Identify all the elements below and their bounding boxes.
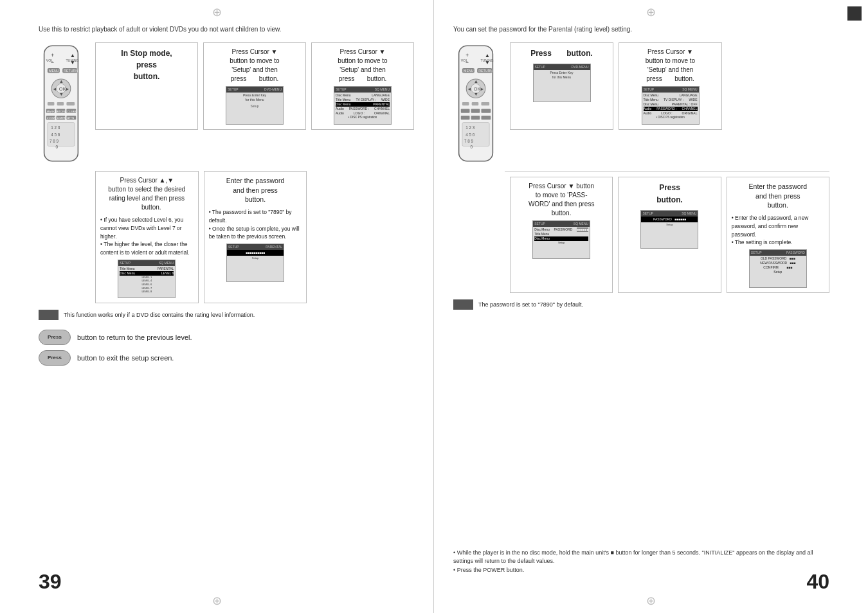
svg-rect-19 [57, 102, 64, 105]
svg-rect-20 [66, 102, 75, 105]
svg-text:VOL: VOL [46, 58, 53, 62]
svg-rect-59 [461, 109, 470, 112]
bottom-note-1: While the player is in the no disc mode,… [453, 549, 829, 566]
right-step1-box: Press button. SETUPDVD-MENU Press Enter … [510, 42, 613, 130]
svg-text:TUNING: TUNING [480, 58, 493, 62]
svg-text:1  2  3: 1 2 3 [51, 125, 60, 130]
step3-box: Press Cursor ▼button to move to'Setup' a… [311, 42, 414, 130]
svg-text:►: ► [480, 86, 484, 92]
step2-box: Press Cursor ▼button to move to'Setup' a… [203, 42, 306, 130]
step2-screen: SETUPDVD-MENU Press Enter Key for this M… [226, 86, 284, 125]
svg-text:RETURN: RETURN [478, 69, 493, 73]
right-bottom-boxes: Press Cursor ▼ buttonto move to 'PASS-WO… [510, 177, 829, 293]
step4-box: Press Cursor ▲,▼button to select the des… [95, 171, 199, 303]
svg-text:►: ► [65, 86, 69, 92]
remote-svg-left: + ▲ − ▼ VOL TUNING MENU RETURN [39, 42, 84, 164]
press-section: Press button to return to the previous l… [39, 330, 414, 366]
left-page: ⊕ Use this to restrict playback of adult… [0, 0, 434, 613]
step4-bullet-2: The higher the level, the closer the con… [100, 240, 194, 257]
right-step3b-box: Press Cursor ▼ buttonto move to 'PASS-WO… [510, 177, 613, 293]
svg-rect-64 [481, 116, 491, 120]
right-row-1: + ▲ − ▼ VOL TUNING MENU RETURN OK ▲ ▼ ◄ [453, 42, 829, 166]
svg-text:CLEAR: CLEAR [68, 110, 77, 113]
page-number-left: 39 [39, 570, 62, 594]
row-2: Press Cursor ▲,▼button to select the des… [39, 171, 414, 303]
right-step1-label: Press button. [530, 48, 593, 60]
svg-text:▼: ▼ [59, 91, 64, 97]
step5-box: Enter the passwordand then pressbutton. … [204, 171, 307, 303]
note-bar-dark [39, 310, 59, 320]
svg-text:1  2  3: 1 2 3 [466, 125, 475, 130]
svg-text:ZOOM: ZOOM [47, 116, 55, 120]
step3-label: Press Cursor ▼button to move to'Setup' a… [338, 48, 387, 84]
step2-label: Press Cursor ▼button to move to'Setup' a… [230, 48, 279, 84]
press-label-1: button to return to the previous level. [77, 333, 192, 341]
svg-text:0: 0 [471, 145, 473, 149]
svg-rect-56 [462, 102, 469, 105]
bottom-note-2: Press the POWER button. [453, 566, 829, 575]
svg-text:4  5  6: 4 5 6 [466, 132, 475, 137]
svg-text:◄: ◄ [467, 86, 471, 92]
step4-label: Press Cursor ▲,▼button to select the des… [108, 176, 185, 212]
right-note-text: The password is set to "7890" by default… [478, 301, 583, 308]
svg-rect-57 [472, 102, 479, 105]
right-step3-box [727, 42, 829, 130]
remote-svg-right: + ▲ − ▼ VOL TUNING MENU RETURN OK ▲ ▼ ◄ [453, 42, 498, 164]
divider-right [505, 171, 829, 172]
step3-screen: SETUPSQ MENU Disc MenuLANGUAGE Title Men… [334, 86, 392, 125]
crosshair-top: ⊕ [212, 5, 222, 19]
left-intro-text: Use this to restrict playback of adult o… [39, 26, 414, 33]
left-steps-container: + ▲ − ▼ VOL TUNING MENU RETURN [39, 42, 414, 303]
svg-text:TUNING: TUNING [66, 58, 78, 62]
step5-bullet-1: The password is set to "7890" by default… [209, 208, 302, 225]
right-step5-bullet-2: The setting is complete. [732, 238, 824, 247]
svg-text:ATTN: ATTN [68, 116, 75, 120]
svg-text:MENU: MENU [464, 69, 474, 73]
step4-bullets: If you have selected Level 6, you cannot… [100, 216, 194, 257]
bottom-three-boxes: Press Cursor ▲,▼button to select the des… [95, 171, 414, 303]
svg-text:0: 0 [56, 145, 59, 149]
svg-text:STORE: STORE [57, 110, 67, 113]
step1-box: In Stop mode,pressbutton. [95, 42, 198, 130]
remote-col-1: + ▲ − ▼ VOL TUNING MENU RETURN [39, 42, 90, 166]
note-text: This function works only if a DVD disc c… [64, 312, 255, 318]
svg-text:VOL: VOL [461, 58, 468, 62]
crosshair-top-right: ⊕ [646, 5, 656, 19]
right-top-boxes: Press button. SETUPDVD-MENU Press Enter … [510, 42, 829, 130]
step4-screen: SETUPSQ MENU Title MenuPARENTAL Disc Men… [118, 260, 176, 298]
right-step5-bullet-1: Enter the old password, a new password, … [732, 214, 824, 238]
right-note-bar-dark [453, 299, 473, 310]
note-section: This function works only if a DVD disc c… [39, 310, 414, 320]
svg-rect-61 [481, 109, 491, 112]
right-step2-screen: SETUPSQ MENU Disc MenuLANGUAGE Title Men… [642, 86, 700, 125]
press-label-2: button to exit the setup screen. [77, 354, 174, 362]
press-btn-1: Press [39, 330, 71, 345]
svg-rect-63 [471, 116, 480, 120]
right-step3b-screen: SETUPSQ MENU Disc MenuPASSWORD■■■■■■ Tit… [532, 220, 590, 259]
svg-text:MENU: MENU [49, 69, 59, 73]
right-row-2: Press Cursor ▼ buttonto move to 'PASS-WO… [453, 177, 829, 293]
right-step3b-label: Press Cursor ▼ buttonto move to 'PASS-WO… [529, 182, 595, 218]
step5-bullet-2: Once the setup is complete, you will be … [209, 225, 302, 242]
right-step4-box: Pressbutton. SETUPSQ MENU PASSWORD ■■■■■… [618, 177, 721, 293]
svg-text:4  5  6: 4 5 6 [51, 132, 60, 137]
step5-bullets: The password is set to "7890" by default… [209, 208, 302, 241]
crosshair-bottom-right: ⊕ [646, 594, 656, 608]
right-intro-text: You can set the password for the Parenta… [453, 26, 829, 33]
svg-text:7  8  9: 7 8 9 [464, 139, 474, 143]
step4-bullet-1: If you have selected Level 6, you cannot… [100, 216, 194, 240]
right-step5-box: Enter the passwordand then pressbutton. … [727, 177, 829, 293]
svg-rect-58 [481, 102, 489, 105]
step5-label: Enter the passwordand then pressbutton. [226, 176, 284, 204]
page-number-right: 40 [806, 570, 829, 594]
row-1: + ▲ − ▼ VOL TUNING MENU RETURN [39, 42, 414, 166]
press-btn-2: Press [39, 350, 71, 366]
step-empty [312, 171, 414, 303]
svg-text:RETURN: RETURN [64, 69, 78, 73]
corner-mark [847, 6, 862, 21]
svg-text:◄: ◄ [52, 86, 57, 92]
step5-screen: SETUPPARENTAL ■■■■■■■■■■ Setup [226, 244, 284, 282]
right-step5-label: Enter the passwordand then pressbutton. [749, 182, 807, 210]
crosshair-bottom-left: ⊕ [212, 594, 222, 608]
step1-label: In Stop mode,pressbutton. [121, 48, 172, 82]
